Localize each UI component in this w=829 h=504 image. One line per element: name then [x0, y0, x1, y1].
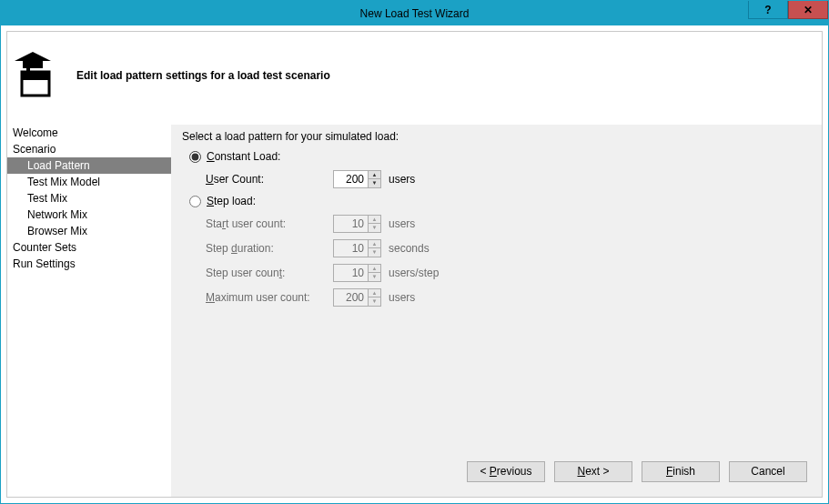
input-start-user: [333, 215, 368, 233]
titlebar: New Load Test Wizard ? ✕: [1, 1, 828, 25]
input-step-duration: [333, 239, 368, 257]
radio-constant-input[interactable]: [189, 151, 201, 163]
label-start-user: Start user count:: [206, 217, 333, 230]
input-user-count[interactable]: [333, 170, 368, 188]
label-max-user: Maximum user count:: [206, 291, 333, 304]
svg-marker-0: [15, 52, 51, 68]
chevron-up-icon: ▲: [369, 265, 380, 274]
chevron-up-icon: ▲: [369, 240, 380, 249]
radio-constant-label: Constant Load:: [207, 150, 280, 163]
inner-panel: Edit load pattern settings for a load te…: [6, 31, 823, 498]
spinner-buttons: ▲▼: [368, 215, 381, 233]
label-step-duration: Step duration:: [206, 242, 333, 255]
section-heading: Select a load pattern for your simulated…: [182, 130, 811, 143]
help-icon: ?: [764, 4, 771, 16]
input-step-user: [333, 264, 368, 282]
field-max-user: Maximum user count: ▲▼ users: [206, 285, 811, 309]
spinner-max-user: ▲▼: [333, 288, 381, 307]
svg-rect-2: [22, 72, 49, 80]
nav-item-scenario[interactable]: Scenario: [7, 141, 171, 157]
nav-item-test-mix[interactable]: Test Mix: [7, 190, 171, 207]
client-area: Edit load pattern settings for a load te…: [1, 25, 828, 503]
nav-item-browser-mix[interactable]: Browser Mix: [7, 223, 171, 239]
finish-button[interactable]: Finish: [642, 461, 720, 482]
wizard-icon: [13, 52, 60, 99]
chevron-down-icon: ▼: [369, 273, 380, 281]
chevron-down-icon: ▼: [369, 248, 380, 257]
footer: < Previous Next > Finish Cancel: [171, 446, 822, 497]
field-start-user: Start user count: ▲▼ users: [206, 211, 811, 236]
titlebar-buttons: ? ✕: [748, 1, 828, 25]
close-button[interactable]: ✕: [788, 1, 828, 19]
header-title: Edit load pattern settings for a load te…: [76, 69, 330, 82]
field-step-duration: Step duration: ▲▼ seconds: [206, 236, 811, 260]
chevron-down-icon: ▼: [369, 297, 380, 306]
help-button[interactable]: ?: [748, 1, 788, 19]
nav-item-run-settings[interactable]: Run Settings: [7, 256, 171, 272]
svg-rect-3: [26, 66, 30, 74]
radio-step-input[interactable]: [189, 196, 201, 207]
wizard-window: New Load Test Wizard ? ✕ Edit load patte…: [0, 0, 829, 504]
spinner-buttons: ▲▼: [368, 288, 381, 307]
chevron-down-icon: ▼: [369, 224, 380, 232]
unit-max-user: users: [389, 291, 415, 304]
chevron-up-icon: ▲: [369, 216, 380, 225]
close-icon: ✕: [804, 4, 813, 16]
window-title: New Load Test Wizard: [360, 7, 470, 20]
nav-item-network-mix[interactable]: Network Mix: [7, 207, 171, 223]
cancel-button[interactable]: Cancel: [729, 461, 807, 482]
nav-item-test-mix-model[interactable]: Test Mix Model: [7, 174, 171, 190]
field-step-user: Step user count: ▲▼ users/step: [206, 260, 811, 285]
next-button[interactable]: Next >: [554, 461, 632, 482]
spinner-buttons: ▲▼: [368, 264, 381, 282]
field-user-count: User Count: ▲▼ users: [206, 166, 811, 191]
radio-step-load[interactable]: Step load:: [182, 191, 811, 211]
chevron-up-icon[interactable]: ▲: [369, 171, 380, 180]
spinner-step-duration: ▲▼: [333, 239, 381, 257]
radio-step-label: Step load:: [207, 195, 256, 207]
spinner-start-user: ▲▼: [333, 215, 381, 233]
body: WelcomeScenarioLoad PatternTest Mix Mode…: [7, 125, 822, 497]
spinner-buttons: ▲▼: [368, 239, 381, 257]
radio-constant-load[interactable]: Constant Load:: [182, 146, 811, 166]
unit-step-user: users/step: [389, 267, 439, 279]
nav-item-counter-sets[interactable]: Counter Sets: [7, 239, 171, 256]
unit-step-duration: seconds: [389, 242, 430, 255]
main-panel: Select a load pattern for your simulated…: [171, 125, 822, 497]
label-step-user: Step user count:: [206, 267, 333, 279]
chevron-down-icon[interactable]: ▼: [369, 179, 380, 187]
spinner-buttons[interactable]: ▲▼: [368, 170, 381, 188]
unit-start-user: users: [389, 217, 415, 230]
previous-button[interactable]: < Previous: [467, 461, 545, 482]
nav-item-welcome[interactable]: Welcome: [7, 125, 171, 141]
spinner-user-count[interactable]: ▲▼: [333, 170, 381, 188]
nav-item-load-pattern[interactable]: Load Pattern: [7, 157, 171, 174]
chevron-up-icon: ▲: [369, 289, 380, 298]
unit-user-count: users: [389, 173, 415, 186]
input-max-user: [333, 288, 368, 307]
nav-sidebar: WelcomeScenarioLoad PatternTest Mix Mode…: [7, 125, 171, 497]
label-user-count: User Count:: [206, 173, 333, 186]
wizard-header: Edit load pattern settings for a load te…: [7, 32, 822, 125]
spinner-step-user: ▲▼: [333, 264, 381, 282]
